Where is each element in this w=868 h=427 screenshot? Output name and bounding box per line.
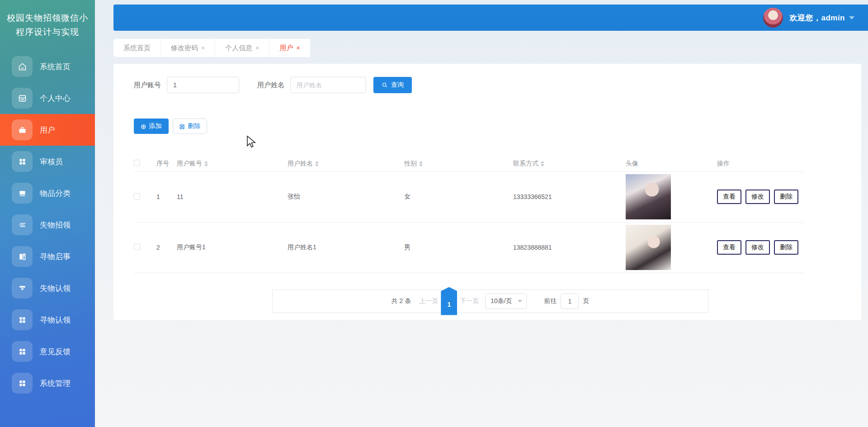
sidebar-menu: 系统首页 个人中心 用户 审核员 xyxy=(0,51,95,399)
search-icon xyxy=(382,82,388,88)
cell-index: 2 xyxy=(156,222,177,273)
close-icon[interactable]: × xyxy=(255,44,259,52)
tab-label: 个人信息 xyxy=(225,44,252,52)
sort-icon[interactable] xyxy=(315,161,319,166)
column-header-name[interactable]: 用户姓名 xyxy=(288,156,404,171)
sidebar-item-lost-found[interactable]: 失物招领 xyxy=(0,209,95,241)
grid-icon xyxy=(12,341,33,362)
main-area: 欢迎您，admin 系统首页 修改密码 × 个人信息 × 用户 × 用户 xyxy=(95,0,868,427)
sidebar-item-label: 寻物启事 xyxy=(40,251,71,262)
goto-label: 前往 xyxy=(544,297,557,305)
cell-gender: 男 xyxy=(404,222,513,273)
sidebar-item-label: 系统首页 xyxy=(40,62,71,72)
edit-button[interactable]: 修改 xyxy=(745,190,770,204)
cell-phone: 13333366521 xyxy=(513,171,626,222)
welcome-text: 欢迎您，admin xyxy=(789,13,845,23)
tab-home[interactable]: 系统首页 xyxy=(113,39,161,57)
id-card-icon xyxy=(12,88,33,109)
close-icon[interactable]: × xyxy=(201,44,205,52)
column-header-actions: 操作 xyxy=(717,156,805,171)
sidebar-item-label: 系统管理 xyxy=(40,378,71,389)
funnel-icon xyxy=(12,278,33,299)
list-lines-icon xyxy=(12,214,33,235)
plus-circle-icon: ⊕ xyxy=(141,123,146,130)
sidebar-item-label: 失物认领 xyxy=(40,283,71,294)
name-label: 用户姓名 xyxy=(257,81,284,90)
sidebar-item-find-claim[interactable]: 寻物认领 xyxy=(0,304,95,336)
delete-row-button[interactable]: 删除 xyxy=(774,240,798,255)
next-page-button[interactable]: 下一页 xyxy=(460,297,479,305)
column-header-gender[interactable]: 性别 xyxy=(404,156,513,171)
close-icon[interactable]: × xyxy=(296,44,300,52)
close-square-icon: ⊠ xyxy=(179,123,185,130)
table-row: 2 用户账号1 用户姓名1 男 13823888881 查看 修改 删除 xyxy=(134,222,805,273)
sidebar-item-item-category[interactable]: 物品分类 xyxy=(0,177,95,209)
app-title: 校园失物招领微信小程序设计与实现 xyxy=(0,0,95,39)
view-button[interactable]: 查看 xyxy=(717,240,741,255)
select-all-checkbox[interactable] xyxy=(134,160,140,166)
name-input[interactable] xyxy=(290,77,366,93)
sidebar-item-home[interactable]: 系统首页 xyxy=(0,51,95,82)
page-size-select[interactable]: 10条/页 xyxy=(485,294,527,309)
tab-users[interactable]: 用户 × xyxy=(269,39,310,57)
sort-icon[interactable] xyxy=(204,161,208,166)
home-icon xyxy=(12,56,33,77)
avatar-photo xyxy=(626,174,671,219)
add-button[interactable]: ⊕ 添加 xyxy=(134,119,169,134)
edit-button[interactable]: 修改 xyxy=(745,240,770,255)
sidebar-item-profile[interactable]: 个人中心 xyxy=(0,82,95,114)
column-header-account[interactable]: 用户账号 xyxy=(177,156,288,171)
account-input[interactable] xyxy=(167,77,239,93)
user-table: 序号 用户账号 用户姓名 性别 联系方式 头像 操作 1 11 张怡 xyxy=(134,156,805,273)
view-button[interactable]: 查看 xyxy=(717,190,741,204)
content-card: 用户账号 用户姓名 查询 ⊕ 添加 ⊠ 删除 xyxy=(113,64,861,320)
sort-icon[interactable] xyxy=(419,161,423,166)
grid-icon xyxy=(12,373,33,394)
sidebar-item-label: 意见反馈 xyxy=(40,346,71,357)
sort-icon[interactable] xyxy=(541,161,544,166)
sidebar-item-users[interactable]: 用户 xyxy=(0,114,95,146)
user-avatar[interactable] xyxy=(763,8,783,28)
sidebar-item-system-admin[interactable]: 系统管理 xyxy=(0,367,95,399)
cell-name: 张怡 xyxy=(288,171,404,222)
delete-row-button[interactable]: 删除 xyxy=(774,190,798,204)
goto-page-input[interactable] xyxy=(561,294,579,309)
cell-phone: 13823888881 xyxy=(513,222,626,273)
row-checkbox[interactable] xyxy=(134,193,140,199)
tab-personal-info[interactable]: 个人信息 × xyxy=(215,39,269,57)
avatar-photo xyxy=(626,225,671,270)
tab-change-password[interactable]: 修改密码 × xyxy=(161,39,215,57)
chevron-down-icon[interactable] xyxy=(849,16,854,19)
chat-stack-icon xyxy=(12,183,33,204)
tab-label: 用户 xyxy=(279,44,293,52)
sidebar-item-feedback[interactable]: 意见反馈 xyxy=(0,336,95,367)
tab-bar: 系统首页 修改密码 × 个人信息 × 用户 × xyxy=(113,39,868,57)
delete-button[interactable]: ⊠ 删除 xyxy=(173,119,208,134)
sidebar-item-label: 个人中心 xyxy=(40,93,71,104)
query-button[interactable]: 查询 xyxy=(373,77,412,93)
briefcase-icon xyxy=(12,119,33,140)
cell-name: 用户姓名1 xyxy=(288,222,404,273)
table-header-row: 序号 用户账号 用户姓名 性别 联系方式 头像 操作 xyxy=(134,156,805,171)
query-button-label: 查询 xyxy=(391,81,404,89)
cell-index: 1 xyxy=(156,171,177,222)
sidebar-item-lost-notice[interactable]: 寻物启事 xyxy=(0,241,95,272)
prev-page-button[interactable]: 上一页 xyxy=(419,297,438,305)
sidebar-item-label: 审核员 xyxy=(40,157,63,167)
column-header-avatar: 头像 xyxy=(626,156,717,171)
grid-icon xyxy=(12,309,33,330)
column-header-index: 序号 xyxy=(156,156,177,171)
current-page-button[interactable]: 1 xyxy=(441,287,457,315)
page: 校园失物招领微信小程序设计与实现 系统首页 个人中心 用户 xyxy=(0,0,868,427)
cell-gender: 女 xyxy=(404,171,513,222)
row-checkbox[interactable] xyxy=(134,244,140,250)
sidebar-item-auditor[interactable]: 审核员 xyxy=(0,146,95,177)
page-size-value: 10条/页 xyxy=(491,297,512,305)
goto-suffix-label: 页 xyxy=(583,297,589,305)
sidebar-item-label: 物品分类 xyxy=(40,188,71,199)
table-row: 1 11 张怡 女 13333366521 查看 修改 删除 xyxy=(134,171,805,222)
column-header-phone[interactable]: 联系方式 xyxy=(513,156,626,171)
search-form: 用户账号 用户姓名 查询 xyxy=(134,64,861,93)
delete-button-label: 删除 xyxy=(188,122,200,130)
sidebar-item-lost-claim[interactable]: 失物认领 xyxy=(0,272,95,304)
